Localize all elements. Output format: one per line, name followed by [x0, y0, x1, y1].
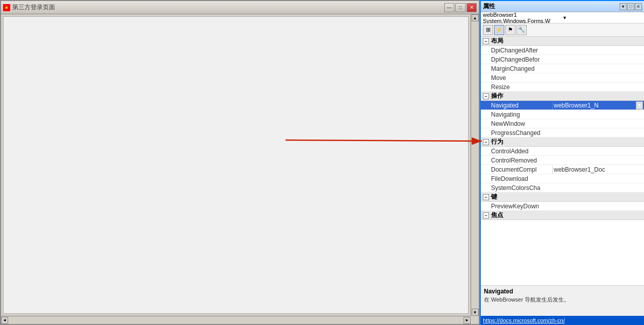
prop-controladded[interactable]: ControlAdded: [481, 147, 644, 156]
hand-icon[interactable]: ⚑: [505, 25, 516, 35]
component-selector-dropdown[interactable]: ▼: [562, 15, 642, 20]
form-title-text: 第三方登录页面: [12, 3, 444, 12]
prop-filedownload[interactable]: FileDownload: [481, 174, 644, 183]
prop-controlremoved[interactable]: ControlRemoved: [481, 156, 644, 165]
prop-newwindow[interactable]: NewWindow: [481, 119, 644, 128]
properties-panel: 属性 ▼ □ ✕ webBrowser1 System.Windows.Form…: [480, 0, 644, 325]
category-focus-label: 焦点: [491, 211, 503, 220]
focus-expand-icon[interactable]: −: [483, 212, 489, 219]
category-actions[interactable]: − 操作: [481, 92, 644, 101]
prop-progresschanged-name: ProgressChanged: [481, 129, 552, 137]
form-title-bar: ■ 第三方登录页面 — □ ✕: [1, 1, 479, 14]
status-bar: https://docs.microsoft.com/zh-cn/: [481, 316, 644, 325]
prop-previewkeydown-name: PreviewKeyDown: [481, 203, 552, 210]
category-behavior-label: 行为: [491, 138, 503, 146]
category-keys-label: 键: [491, 193, 497, 201]
prop-navigating-name: Navigating: [481, 111, 552, 118]
prop-documentcompl[interactable]: DocumentCompl webBrowser1_Doc: [481, 165, 644, 174]
prop-navigated-value-text: webBrowser1_N: [554, 102, 636, 109]
panel-title-bar: 属性 ▼ □ ✕: [481, 1, 644, 12]
prop-marginchanged-name: MarginChanged: [481, 65, 552, 72]
prop-filedownload-name: FileDownload: [481, 175, 552, 182]
prop-navigated[interactable]: Navigated webBrowser1_N ▼: [481, 101, 644, 110]
panel-close-button[interactable]: ✕: [635, 3, 642, 10]
panel-title-text: 属性: [483, 2, 620, 11]
close-button[interactable]: ✕: [467, 3, 477, 12]
form-canvas: [3, 16, 469, 314]
grid-view-icon[interactable]: ⊞: [483, 25, 493, 35]
status-url[interactable]: https://docs.microsoft.com/zh-cn/: [483, 317, 565, 323]
prop-dpichangedafter-name: DpiChangedAfter: [481, 47, 552, 54]
properties-list: − 布局 DpiChangedAfter DpiChangedBefor Mar…: [481, 37, 644, 285]
form-window-controls: — □ ✕: [444, 3, 477, 12]
scroll-down-arrow[interactable]: ▼: [472, 309, 479, 316]
prop-navigated-dropdown[interactable]: ▼: [636, 101, 643, 110]
prop-systemcolorscha-name: SystemColorsCha: [481, 184, 552, 192]
panel-pin-button[interactable]: ▼: [620, 3, 627, 10]
restore-button[interactable]: □: [455, 3, 466, 12]
component-selector[interactable]: webBrowser1 System.Windows.Forms.W ▼: [481, 12, 644, 23]
category-behavior[interactable]: − 行为: [481, 138, 644, 147]
form-title-icon: ■: [3, 4, 10, 11]
prop-newwindow-name: NewWindow: [481, 120, 552, 127]
keys-expand-icon[interactable]: −: [483, 194, 489, 200]
prop-marginchanged[interactable]: MarginChanged: [481, 64, 644, 73]
prop-previewkeydown[interactable]: PreviewKeyDown: [481, 202, 644, 211]
actions-expand-icon[interactable]: −: [483, 93, 489, 99]
properties-toolbar: ⊞ ⚡ ⚑ 🔧: [481, 23, 644, 37]
prop-dpichangedbefor-name: DpiChangedBefor: [481, 56, 552, 63]
prop-controlremoved-name: ControlRemoved: [481, 157, 552, 164]
prop-documentcompl-name: DocumentCompl: [481, 166, 552, 173]
prop-dpichangedbefor[interactable]: DpiChangedBefor: [481, 55, 644, 64]
footer-prop-name: Navigated: [484, 288, 641, 295]
category-focus[interactable]: − 焦点: [481, 211, 644, 220]
vertical-scrollbar[interactable]: ▲ ▼: [471, 14, 479, 316]
category-keys[interactable]: − 键: [481, 193, 644, 202]
footer-description: 在 WebBrowser 导航发生后发生。: [484, 296, 641, 304]
prop-resize[interactable]: Resize: [481, 83, 644, 92]
category-layout-label: 布局: [491, 37, 503, 45]
category-actions-label: 操作: [491, 92, 503, 100]
scroll-right-arrow[interactable]: ►: [463, 317, 471, 324]
wrench-icon[interactable]: 🔧: [517, 25, 527, 35]
prop-dpichangedafter[interactable]: DpiChangedAfter: [481, 46, 644, 55]
form-designer: ■ 第三方登录页面 — □ ✕ ▲ ▼ ◄ ►: [0, 0, 480, 325]
minimize-button[interactable]: —: [444, 3, 454, 12]
prop-progresschanged[interactable]: ProgressChanged: [481, 128, 644, 138]
prop-move-name: Move: [481, 74, 552, 82]
horizontal-scrollbar[interactable]: ◄ ►: [1, 316, 471, 324]
scroll-left-arrow[interactable]: ◄: [1, 317, 8, 324]
prop-move[interactable]: Move: [481, 73, 644, 83]
panel-footer: Navigated 在 WebBrowser 导航发生后发生。: [481, 285, 644, 316]
prop-systemcolorscha[interactable]: SystemColorsCha: [481, 183, 644, 193]
prop-navigated-name: Navigated: [481, 102, 552, 109]
component-selector-text: webBrowser1 System.Windows.Forms.W: [483, 12, 562, 24]
prop-resize-name: Resize: [481, 84, 552, 91]
category-layout[interactable]: − 布局: [481, 37, 644, 46]
prop-controladded-name: ControlAdded: [481, 148, 552, 155]
scroll-up-arrow[interactable]: ▲: [472, 14, 479, 21]
lightning-icon[interactable]: ⚡: [494, 25, 504, 35]
prop-navigated-value: webBrowser1_N ▼: [552, 101, 644, 110]
panel-title-controls: ▼ □ ✕: [620, 3, 642, 10]
prop-navigating[interactable]: Navigating: [481, 110, 644, 119]
behavior-expand-icon[interactable]: −: [483, 139, 489, 145]
prop-documentcompl-value: webBrowser1_Doc: [552, 166, 644, 173]
panel-window-button[interactable]: □: [627, 3, 634, 10]
layout-expand-icon[interactable]: −: [483, 38, 489, 44]
